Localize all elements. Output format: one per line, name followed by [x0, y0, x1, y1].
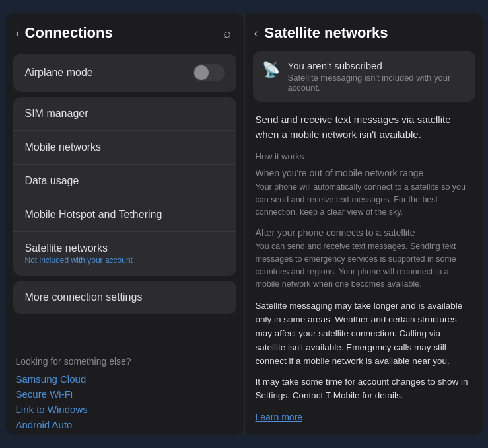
looking-section: Looking for something else? Samsung Clou… — [5, 347, 244, 435]
satellite-networks-item[interactable]: Satellite networks Not included with you… — [13, 232, 236, 276]
disclaimer: Satellite messaging may take longer and … — [256, 299, 473, 369]
data-usage-label: Data usage — [25, 175, 79, 187]
right-panel: ‹ Satellite networks 📡 You aren't subscr… — [244, 13, 483, 435]
left-panel-title: Connections — [25, 24, 113, 42]
right-back-icon[interactable]: ‹ — [254, 26, 258, 40]
data-usage-item[interactable]: Data usage — [13, 165, 236, 198]
android-auto-link[interactable]: Android Auto — [16, 419, 234, 430]
looking-title: Looking for something else? — [16, 356, 234, 367]
subscription-title: You aren't subscribed — [288, 60, 466, 71]
airplane-mode-item[interactable]: Airplane mode — [13, 54, 236, 92]
more-connections-item[interactable]: More connection settings — [13, 281, 236, 314]
menu-list: Airplane mode SIM manager Mobile network… — [5, 51, 244, 347]
right-content: Send and receive text messages via satel… — [245, 110, 483, 435]
info-item-1-title: After your phone connects to a satellite — [256, 227, 473, 238]
left-panel: ‹ Connections ⌕ Airplane mode SIM manage… — [5, 13, 244, 435]
how-it-works-label: How it works — [256, 151, 473, 161]
left-header: ‹ Connections ⌕ — [5, 13, 244, 51]
subscription-text: You aren't subscribed Satellite messagin… — [288, 60, 466, 93]
subscription-card: 📡 You aren't subscribed Satellite messag… — [253, 51, 475, 102]
toggle-knob — [194, 65, 209, 80]
learn-more-link[interactable]: Learn more — [256, 412, 303, 422]
network-section: SIM manager Mobile networks Data usage M… — [13, 97, 236, 276]
right-header: ‹ Satellite networks — [245, 13, 483, 51]
airplane-mode-label: Airplane mode — [25, 67, 93, 79]
airplane-mode-section: Airplane mode — [13, 54, 236, 92]
sim-manager-item[interactable]: SIM manager — [13, 97, 236, 131]
link-to-windows-link[interactable]: Link to Windows — [16, 404, 234, 415]
header-left: ‹ Connections — [16, 24, 113, 42]
main-description: Send and receive text messages via satel… — [256, 112, 473, 142]
back-icon[interactable]: ‹ — [16, 26, 20, 40]
airplane-mode-toggle[interactable] — [193, 64, 225, 81]
subscription-subtitle: Satellite messaging isn't included with … — [288, 73, 466, 93]
hotspot-label: Mobile Hotspot and Tethering — [25, 209, 162, 221]
sim-manager-label: SIM manager — [25, 108, 88, 120]
info-item-0: When you're out of mobile network range … — [256, 168, 473, 218]
satellite-networks-label: Satellite networks — [25, 243, 133, 254]
search-icon[interactable]: ⌕ — [223, 26, 231, 41]
info-item-0-title: When you're out of mobile network range — [256, 168, 473, 178]
mobile-networks-label: Mobile networks — [25, 141, 102, 153]
samsung-cloud-link[interactable]: Samsung Cloud — [16, 373, 234, 385]
info-item-1: After your phone connects to a satellite… — [256, 227, 473, 290]
secure-wifi-link[interactable]: Secure Wi-Fi — [16, 389, 234, 400]
hotspot-item[interactable]: Mobile Hotspot and Tethering — [13, 198, 236, 232]
satellite-networks-text: Satellite networks Not included with you… — [25, 243, 133, 265]
looking-links: Samsung Cloud Secure Wi-Fi Link to Windo… — [16, 373, 234, 430]
more-connections-section: More connection settings — [13, 281, 236, 314]
satellite-dish-icon: 📡 — [262, 61, 280, 79]
info-item-1-text: You can send and receive text messages. … — [256, 241, 473, 290]
satellite-networks-sublabel: Not included with your account — [25, 256, 133, 265]
right-panel-title: Satellite networks — [265, 24, 388, 42]
more-connections-label: More connection settings — [25, 291, 143, 303]
mobile-networks-item[interactable]: Mobile networks — [13, 131, 236, 165]
info-item-0-text: Your phone will automatically connect to… — [256, 181, 473, 218]
account-note: It may take some time for account change… — [256, 375, 473, 403]
